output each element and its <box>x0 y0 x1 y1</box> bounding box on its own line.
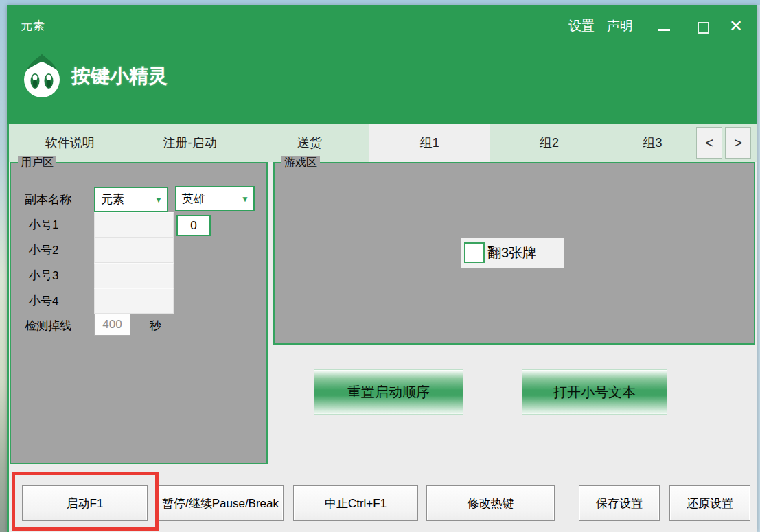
user-area-panel: 用户区 副本名称 元素 ▼ 英雄 ▼ 小号1 小号2 小号3 小号4 检测掉线 … <box>10 162 268 464</box>
alt4-input[interactable] <box>94 288 174 314</box>
pause-resume-button[interactable]: 暂停/继续Pause/Break <box>157 485 284 521</box>
hero-dropdown[interactable]: 英雄 ▼ <box>175 186 255 211</box>
tab-group2[interactable]: 组2 <box>490 124 608 162</box>
game-area-legend: 游戏区 <box>281 156 320 170</box>
flip-cards-checkbox[interactable] <box>464 242 485 263</box>
start-f1-button[interactable]: 启动F1 <box>22 485 148 521</box>
flip-cards-option: 翻3张牌 <box>461 238 564 268</box>
menu-settings[interactable]: 设置 <box>568 17 595 35</box>
minimize-icon[interactable] <box>658 29 670 31</box>
restore-settings-button[interactable]: 还原设置 <box>669 485 750 521</box>
count-input[interactable] <box>176 215 211 236</box>
modify-hotkey-button[interactable]: 修改热键 <box>426 485 555 521</box>
dungeon-dropdown-value: 元素 <box>101 192 154 207</box>
screen: 元素 设置 声明 ✕ 按键小精灵 <box>0 0 760 532</box>
maximize-icon[interactable] <box>698 22 709 34</box>
tab-scroll-right-icon[interactable]: > <box>725 127 751 159</box>
mascot-icon <box>22 54 62 99</box>
chevron-down-icon: ▼ <box>154 195 163 205</box>
desktop-background-left <box>0 0 7 532</box>
app-logo: 按键小精灵 <box>22 54 168 99</box>
tab-bar: 软件说明 注册-启动 送货 组1 组2 组3 < > <box>7 124 757 162</box>
seconds-unit-label: 秒 <box>150 319 161 334</box>
tab-group3[interactable]: 组3 <box>609 124 697 162</box>
alt3-label: 小号3 <box>29 268 58 284</box>
disconnect-label: 检测掉线 <box>25 319 71 334</box>
disconnect-seconds-input[interactable] <box>94 314 130 336</box>
dungeon-name-label: 副本名称 <box>25 192 71 207</box>
dungeon-dropdown[interactable]: 元素 ▼ <box>94 187 168 212</box>
window-title: 元素 <box>21 18 45 34</box>
titlebar: 元素 设置 声明 ✕ 按键小精灵 <box>7 5 757 124</box>
app-window: 元素 设置 声明 ✕ 按键小精灵 <box>7 5 757 532</box>
hero-dropdown-value: 英雄 <box>182 191 241 207</box>
alt1-label: 小号1 <box>29 218 58 233</box>
save-settings-button[interactable]: 保存设置 <box>579 485 660 521</box>
alt1-input[interactable] <box>94 212 174 238</box>
chevron-down-icon: ▼ <box>241 194 249 204</box>
tab-register-start[interactable]: 注册-启动 <box>130 124 249 162</box>
menu-statement[interactable]: 声明 <box>607 17 633 35</box>
desktop-background-top <box>0 0 760 5</box>
alt2-input[interactable] <box>94 238 174 263</box>
app-name: 按键小精灵 <box>71 63 168 89</box>
tab-group1[interactable]: 组1 <box>369 124 490 162</box>
desktop-background-right <box>757 5 760 532</box>
flip-cards-label: 翻3张牌 <box>487 244 536 262</box>
window-left-border <box>7 124 9 532</box>
tab-scroll-left-icon[interactable]: < <box>696 127 722 159</box>
game-area-panel: 游戏区 翻3张牌 <box>273 162 755 345</box>
alt4-label: 小号4 <box>29 294 58 309</box>
alt3-input[interactable] <box>94 263 174 288</box>
alt2-label: 小号2 <box>29 243 58 258</box>
abort-button[interactable]: 中止Ctrl+F1 <box>293 485 418 521</box>
close-icon[interactable]: ✕ <box>729 16 743 36</box>
user-area-legend: 用户区 <box>18 156 56 170</box>
open-alt-text-button[interactable]: 打开小号文本 <box>522 369 667 415</box>
reset-start-order-button[interactable]: 重置启动顺序 <box>314 369 463 415</box>
